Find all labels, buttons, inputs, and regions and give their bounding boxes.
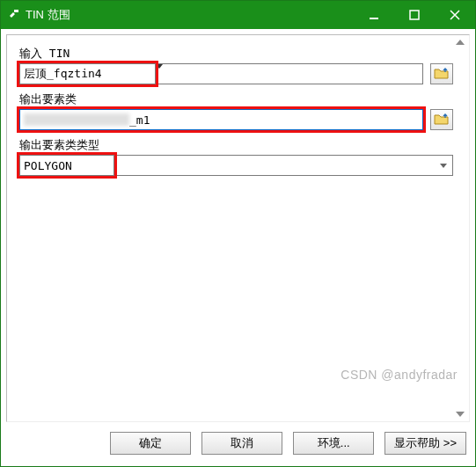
titlebar: TIN 范围 bbox=[1, 1, 475, 29]
output-fc-input[interactable]: _m1 bbox=[19, 109, 423, 130]
output-type-select[interactable]: POLYGON bbox=[19, 155, 453, 176]
scroll-down-icon[interactable] bbox=[456, 412, 465, 417]
browse-output-fc-button[interactable] bbox=[430, 109, 453, 130]
form-panel: 输入 TIN 层顶_fqztin4 输出要素类 _m1 bbox=[6, 34, 470, 422]
vertical-scrollbar[interactable] bbox=[452, 38, 468, 419]
output-fc-label: 输出要素类 bbox=[19, 91, 453, 107]
input-tin-combo[interactable]: 层顶_fqztin4 bbox=[19, 63, 423, 84]
maximize-button[interactable] bbox=[394, 1, 435, 29]
content-area: 输入 TIN 层顶_fqztin4 输出要素类 _m1 bbox=[1, 29, 475, 427]
button-bar: 确定 取消 环境... 显示帮助 >> bbox=[1, 427, 475, 466]
input-tin-value: 层顶_fqztin4 bbox=[24, 66, 102, 82]
output-fc-value-suffix: _m1 bbox=[129, 113, 150, 127]
input-tin-label: 输入 TIN bbox=[19, 46, 453, 62]
svg-rect-2 bbox=[410, 11, 419, 19]
window-title: TIN 范围 bbox=[26, 7, 354, 23]
environments-button[interactable]: 环境... bbox=[293, 432, 374, 455]
browse-input-tin-button[interactable] bbox=[430, 63, 453, 84]
hammer-icon bbox=[8, 8, 20, 23]
output-type-value: POLYGON bbox=[24, 159, 72, 172]
output-fc-redacted bbox=[24, 113, 129, 126]
minimize-button[interactable] bbox=[354, 1, 394, 29]
ok-button[interactable]: 确定 bbox=[110, 432, 191, 455]
scroll-up-icon[interactable] bbox=[456, 40, 465, 45]
output-type-label: 输出要素类类型 bbox=[19, 137, 453, 153]
cancel-button[interactable]: 取消 bbox=[201, 432, 282, 455]
dialog-window: TIN 范围 输入 TIN 层顶_fqztin4 bbox=[0, 0, 476, 467]
chevron-down-icon[interactable] bbox=[436, 157, 451, 174]
close-button[interactable] bbox=[435, 1, 475, 29]
chevron-down-icon[interactable] bbox=[156, 64, 422, 69]
svg-rect-1 bbox=[370, 18, 378, 19]
svg-rect-0 bbox=[14, 10, 18, 12]
show-help-button[interactable]: 显示帮助 >> bbox=[384, 432, 466, 455]
